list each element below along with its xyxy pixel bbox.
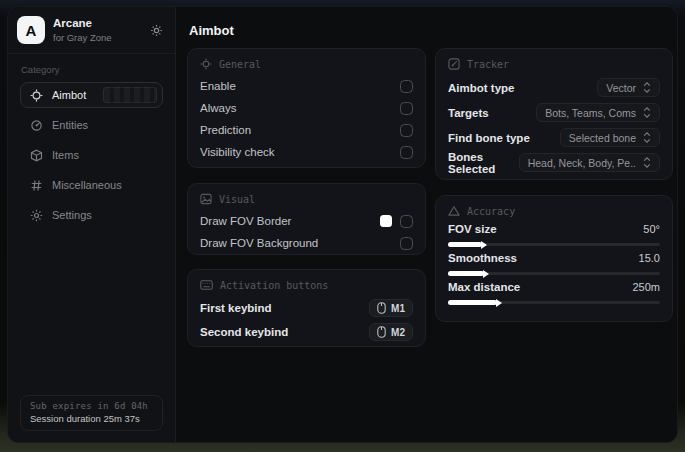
app-name: Arcane — [53, 17, 112, 31]
unfold-icon — [643, 107, 651, 118]
setting-label: Visibility check — [200, 146, 275, 158]
sidebar-nav: Aimbot Entities Items — [8, 82, 175, 228]
find-bone-type-select[interactable]: Selected bone — [560, 128, 660, 147]
app-window: A Arcane for Gray Zone Category — [7, 6, 678, 443]
card-title-label: General — [219, 59, 261, 70]
setting-label: Enable — [200, 80, 236, 92]
sub-expires-text: Sub expires in 6d 04h — [30, 401, 153, 411]
crosshair-icon — [30, 89, 43, 102]
draw-fov-border-checkbox[interactable] — [400, 215, 413, 228]
second-keybind-button[interactable]: M2 — [369, 323, 413, 341]
select-row: Aimbot type Vector — [448, 75, 660, 100]
draw-fov-background-checkbox[interactable] — [400, 237, 413, 250]
select-label: Aimbot type — [448, 82, 514, 94]
app-subtitle: for Gray Zone — [53, 32, 112, 43]
sidebar-item-settings[interactable]: Settings — [20, 202, 163, 228]
setting-row: Prediction — [200, 119, 413, 141]
app-logo-letter: A — [26, 22, 37, 39]
keybind-label: Second keybind — [200, 326, 288, 338]
select-row: Targets Bots, Teams, Coms — [448, 100, 660, 125]
always-checkbox[interactable] — [400, 102, 413, 115]
card-title-label: Accuracy — [467, 206, 515, 217]
setting-label: Prediction — [200, 124, 251, 136]
setting-row: Draw FOV Background — [200, 232, 413, 254]
sidebar-item-label: Settings — [52, 209, 92, 221]
slider-label: FOV size — [448, 223, 497, 235]
slider-fill[interactable] — [448, 300, 497, 305]
select-value: Vector — [606, 82, 636, 94]
card-accuracy: Accuracy FOV size 50° Smoothness 15.0 — [435, 195, 673, 322]
app-logo: A — [17, 16, 45, 44]
gear-icon[interactable] — [150, 24, 163, 37]
sidebar-item-label: Miscellaneous — [52, 179, 122, 191]
select-label: Find bone type — [448, 132, 530, 144]
card-title-label: Tracker — [467, 59, 509, 70]
keybind-row: First keybind M1 — [200, 296, 413, 320]
prediction-checkbox[interactable] — [400, 124, 413, 137]
sidebar: A Arcane for Gray Zone Category — [8, 7, 176, 442]
setting-row: Enable — [200, 75, 413, 97]
select-label: Targets — [448, 107, 489, 119]
radar-icon — [30, 119, 43, 132]
slider-value: 250m — [632, 281, 660, 293]
fov-size-slider[interactable] — [448, 243, 660, 246]
keybind-row: Second keybind M2 — [200, 320, 413, 344]
setting-row: Always — [200, 97, 413, 119]
select-value: Bots, Teams, Coms — [545, 107, 636, 119]
watermark — [103, 87, 157, 103]
unfold-icon — [643, 82, 651, 93]
slider-fill[interactable] — [448, 242, 482, 247]
setting-row: Visibility check — [200, 141, 413, 163]
fov-border-color-swatch[interactable] — [380, 215, 392, 227]
triangle-icon — [448, 205, 460, 217]
slider-label: Smoothness — [448, 252, 517, 264]
sidebar-item-aimbot[interactable]: Aimbot — [20, 82, 163, 108]
main-content: Aimbot General Enable Always Predicti — [176, 7, 677, 442]
first-keybind-button[interactable]: M1 — [369, 299, 413, 317]
select-label: Bones Selected — [448, 151, 519, 175]
select-row: Bones Selected Head, Neck, Body, Pe.. — [448, 150, 660, 175]
sidebar-item-label: Items — [52, 149, 79, 161]
card-general: General Enable Always Prediction Visibil… — [187, 48, 426, 168]
sidebar-header: A Arcane for Gray Zone — [8, 7, 175, 54]
category-label: Category — [8, 54, 175, 82]
crosshair-icon — [200, 58, 212, 70]
unfold-icon — [643, 132, 651, 143]
sidebar-item-miscellaneous[interactable]: Miscellaneous — [20, 172, 163, 198]
slider-value: 50° — [643, 223, 660, 235]
sidebar-item-items[interactable]: Items — [20, 142, 163, 168]
setting-label: Draw FOV Border — [200, 215, 291, 227]
visibility-check-checkbox[interactable] — [400, 146, 413, 159]
slider-label: Max distance — [448, 281, 520, 293]
card-title-label: Visual — [219, 194, 255, 205]
setting-row: Draw FOV Border — [200, 210, 413, 232]
sidebar-item-label: Entities — [52, 119, 88, 131]
gear-icon — [30, 209, 43, 222]
aimbot-type-select[interactable]: Vector — [597, 78, 660, 97]
smoothness-slider[interactable] — [448, 272, 660, 275]
hash-icon — [30, 179, 43, 192]
keyboard-icon — [200, 279, 213, 291]
sidebar-item-label: Aimbot — [52, 89, 86, 101]
keybind-value: M2 — [391, 327, 405, 338]
mouse-icon — [377, 326, 386, 338]
keybind-value: M1 — [391, 303, 405, 314]
image-icon — [200, 193, 212, 205]
setting-label: Draw FOV Background — [200, 237, 318, 249]
tracker-icon — [448, 58, 460, 70]
sidebar-item-entities[interactable]: Entities — [20, 112, 163, 138]
slider-value: 15.0 — [639, 252, 660, 264]
select-value: Head, Neck, Body, Pe.. — [528, 157, 636, 169]
card-tracker: Tracker Aimbot type Vector Targets Bots,… — [435, 48, 673, 180]
subscription-box: Sub expires in 6d 04h Session duration 2… — [20, 395, 163, 431]
keybind-label: First keybind — [200, 302, 272, 314]
box-icon — [30, 149, 43, 162]
select-row: Find bone type Selected bone — [448, 125, 660, 150]
unfold-icon — [643, 157, 651, 168]
bones-selected-select[interactable]: Head, Neck, Body, Pe.. — [519, 153, 660, 172]
enable-checkbox[interactable] — [400, 80, 413, 93]
slider-fill[interactable] — [448, 271, 484, 276]
targets-select[interactable]: Bots, Teams, Coms — [536, 103, 660, 122]
max-distance-slider[interactable] — [448, 301, 660, 304]
setting-label: Always — [200, 102, 236, 114]
